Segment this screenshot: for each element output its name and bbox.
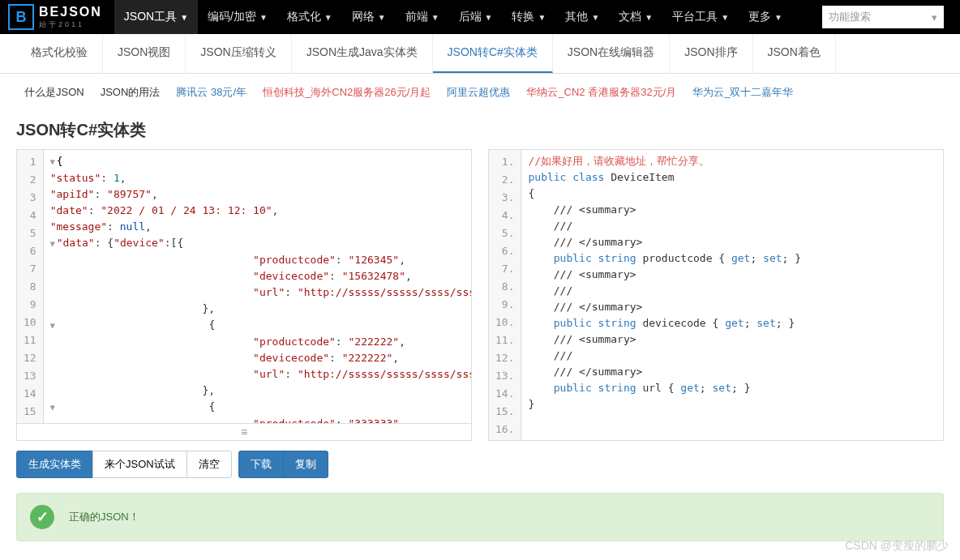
search-placeholder: 功能搜索 (829, 10, 871, 24)
line-number: 16. (489, 421, 521, 438)
line-number: 13. (489, 367, 521, 385)
nav-item[interactable]: 后端▼ (449, 0, 503, 34)
nav-item[interactable]: 前端▼ (396, 0, 449, 34)
fold-arrow-icon[interactable]: ▼ (50, 157, 55, 166)
caret-down-icon: ▼ (180, 13, 188, 22)
promo-link[interactable]: 什么是JSON (24, 85, 84, 100)
json-editor[interactable]: 1234567891011121314151617 ▼{"status": 1,… (16, 149, 472, 441)
line-number: 15. (489, 403, 521, 421)
code-line: public class DeviceItem (528, 169, 936, 186)
try-json-button[interactable]: 来个JSON试试 (92, 451, 187, 478)
generate-button[interactable]: 生成实体类 (16, 451, 93, 478)
sub-nav: 格式化校验JSON视图JSON压缩转义JSON生成Java实体类JSON转C#实… (0, 34, 960, 74)
code-line: ▼ { (50, 399, 471, 416)
logo[interactable]: B BEJSON 始于2011 (8, 4, 102, 30)
code-line: "productcode": "222222", (50, 334, 471, 350)
line-number: 6 (17, 242, 43, 260)
code-line: /// (528, 283, 936, 299)
code-line: "date": "2022 / 01 / 24 13: 12: 10", (50, 203, 471, 219)
sub-nav-item[interactable]: JSON压缩转义 (186, 34, 291, 73)
line-number: 8. (489, 278, 521, 296)
code-line: /// <summary> (528, 267, 936, 283)
nav-item[interactable]: 文档▼ (609, 0, 662, 34)
sub-nav-item[interactable]: JSON视图 (103, 34, 186, 73)
code-line: }, (50, 383, 471, 399)
code-line: "url": "http://sssss/sssss/ssss/ssss" (50, 366, 471, 383)
clear-button[interactable]: 清空 (186, 451, 232, 478)
line-number: 14 (17, 385, 43, 403)
page-title: JSON转C#实体类 (0, 111, 960, 149)
nav-item[interactable]: 转换▼ (502, 0, 555, 34)
watermark: CSDN @变瘦的鹏少 (845, 539, 949, 546)
line-number: 10. (489, 314, 521, 331)
fold-arrow-icon[interactable]: ▼ (50, 321, 55, 330)
logo-text: BEJSON (39, 5, 102, 19)
promo-link[interactable]: 恒创科技_海外CN2服务器26元/月起 (263, 85, 431, 100)
sub-nav-item[interactable]: JSON排序 (670, 34, 752, 73)
search-input[interactable]: 功能搜索 ▾ (822, 6, 944, 28)
code-line: public string productcode { get; set; } (528, 250, 936, 267)
line-number: 5. (489, 224, 521, 242)
links-bar: 什么是JSONJSON的用法腾讯云 38元/年恒创科技_海外CN2服务器26元/… (0, 74, 960, 111)
line-number: 8 (17, 278, 43, 296)
success-alert: ✓ 正确的JSON！ (16, 493, 944, 541)
line-number: 6. (489, 242, 521, 260)
code-line: "devicecode": "15632478", (50, 268, 471, 284)
line-number: 2. (489, 171, 521, 189)
check-icon: ✓ (30, 505, 54, 529)
promo-link[interactable]: JSON的用法 (101, 85, 161, 100)
line-number: 11. (489, 331, 521, 349)
line-number: 4. (489, 207, 521, 224)
code-line: /// <summary> (528, 202, 936, 218)
promo-link[interactable]: 腾讯云 38元/年 (176, 85, 246, 100)
alert-text: 正确的JSON！ (69, 510, 139, 524)
line-number: 1 (17, 153, 43, 171)
line-number: 5 (17, 224, 43, 242)
sub-nav-item[interactable]: 格式化校验 (16, 34, 103, 73)
download-button[interactable]: 下载 (238, 451, 284, 478)
caret-down-icon: ▼ (774, 13, 782, 22)
line-number: 10 (17, 314, 43, 331)
fold-arrow-icon[interactable]: ▼ (50, 239, 55, 248)
code-line: /// <summary> (528, 331, 936, 348)
fold-arrow-icon[interactable]: ▼ (50, 403, 55, 412)
resize-grip-icon[interactable]: ≡ (17, 423, 471, 440)
code-line: /// </summary> (528, 299, 936, 315)
sub-nav-item[interactable]: JSON生成Java实体类 (292, 34, 433, 73)
line-number: 12. (489, 349, 521, 367)
line-number: 3 (17, 189, 43, 207)
nav-item[interactable]: 格式化▼ (277, 0, 342, 34)
caret-down-icon: ▼ (538, 13, 546, 22)
code-line: "message": null, (50, 219, 471, 235)
code-line: /// </summary> (528, 364, 936, 380)
line-number: 7 (17, 260, 43, 278)
nav-item[interactable]: 平台工具▼ (662, 0, 739, 34)
promo-link[interactable]: 华为云_双十二嘉年华 (692, 85, 793, 100)
nav-item[interactable]: 网络▼ (342, 0, 396, 34)
caret-down-icon: ▼ (485, 13, 493, 22)
csharp-editor[interactable]: 1.2.3.4.5.6.7.8.9.10.11.12.13.14.15.16. … (488, 149, 944, 441)
editors: 1234567891011121314151617 ▼{"status": 1,… (0, 149, 960, 441)
line-number: 1. (489, 153, 521, 171)
line-number: 9. (489, 296, 521, 314)
sub-nav-item[interactable]: JSON转C#实体类 (433, 34, 553, 73)
line-number: 2 (17, 171, 43, 189)
nav-item[interactable]: 更多▼ (739, 0, 792, 34)
code-line: public string devicecode { get; set; } (528, 315, 936, 331)
promo-link[interactable]: 阿里云超优惠 (447, 85, 510, 100)
code-line: ▼ { (50, 317, 471, 334)
promo-link[interactable]: 华纳云_CN2 香港服务器32元/月 (526, 85, 676, 100)
caret-down-icon: ▼ (324, 13, 332, 22)
nav-item[interactable]: JSON工具▼ (114, 0, 198, 34)
sub-nav-item[interactable]: JSON着色 (753, 34, 836, 73)
code-line: "productcode": "126345", (50, 252, 471, 268)
sub-nav-item[interactable]: JSON在线编辑器 (553, 34, 670, 73)
nav-item[interactable]: 编码/加密▼ (198, 0, 277, 34)
code-line: public string url { get; set; } (528, 380, 936, 396)
caret-down-icon: ▼ (431, 13, 439, 22)
caret-down-icon: ▼ (591, 13, 599, 22)
code-line: } (528, 396, 936, 413)
nav-item[interactable]: 其他▼ (555, 0, 609, 34)
copy-button[interactable]: 复制 (283, 451, 328, 478)
code-line: //如果好用，请收藏地址，帮忙分享。 (528, 153, 936, 169)
